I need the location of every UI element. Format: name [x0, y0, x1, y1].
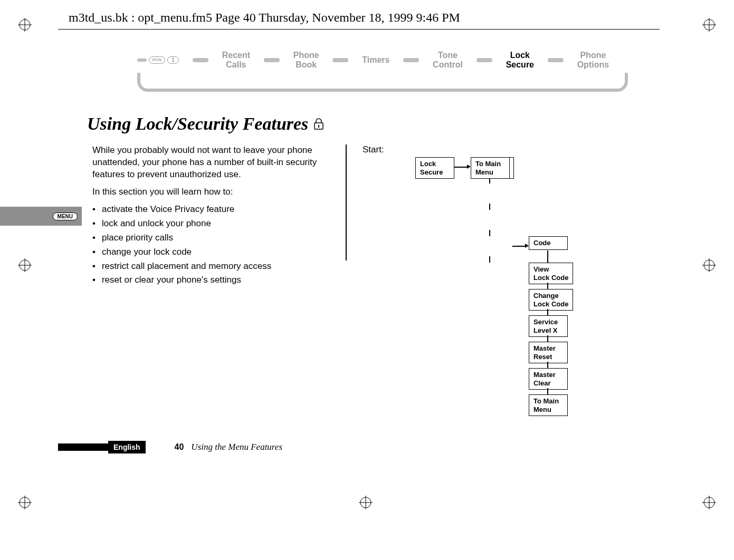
col-left: While you probably would not want to lea…	[92, 144, 330, 452]
nav-tone-control: ToneControl	[433, 51, 463, 69]
section-title: Using Lock/Security Features	[87, 114, 660, 134]
nav-connector	[476, 58, 492, 62]
col-right: Start: LockSecure PrivacyOff AutomaticLo…	[363, 144, 660, 452]
header-path: m3td_us.bk : opt_menu.fm5 Page 40 Thursd…	[69, 11, 660, 25]
intro-para-2: In this section you will learn how to:	[92, 186, 330, 198]
bullet-item: reset or clear your phone's settings	[92, 274, 330, 286]
crop-mark-icon	[18, 258, 32, 272]
header-rule	[58, 29, 660, 30]
nav-recent-calls: RecentCalls	[222, 51, 250, 69]
footer-page-number: 40	[175, 442, 184, 452]
flow-master-reset: MasterReset	[529, 342, 568, 363]
nav-key-1: 1	[167, 56, 179, 64]
page-content: m3td_us.bk : opt_menu.fm5 Page 40 Thursd…	[58, 11, 660, 527]
section-title-text: Using Lock/Security Features	[87, 114, 308, 134]
bullet-item: change your lock code	[92, 246, 330, 258]
nav-rail	[137, 73, 628, 92]
nav-phone-options: PhoneOptions	[577, 51, 609, 69]
crop-mark-icon	[18, 496, 32, 509]
column-separator	[346, 144, 347, 260]
nav-connector	[332, 58, 348, 62]
nav-items: FCN 1 RecentCalls PhoneBook Timers ToneC…	[137, 51, 628, 69]
nav-timers: Timers	[362, 55, 389, 65]
bullet-item: restrict call placement and memory acces…	[92, 260, 330, 273]
nav-connector	[548, 58, 564, 62]
nav-lock-secure: LockSecure	[506, 51, 534, 69]
crop-mark-icon	[702, 496, 716, 509]
nav-key-fcn: FCN	[149, 56, 165, 64]
bullet-list: activate the Voice Privacy feature lock …	[92, 204, 330, 287]
flow-service-level: ServiceLevel X	[529, 315, 568, 337]
crop-mark-icon	[702, 258, 716, 272]
flow-lock-secure: LockSecure	[415, 157, 454, 179]
flow-change-lock-code: ChangeLock Code	[529, 289, 573, 311]
nav-connector	[403, 58, 419, 62]
flow-to-main-menu: To MainMenu	[471, 157, 510, 179]
nav-keys: FCN 1	[137, 56, 179, 64]
flowchart: LockSecure PrivacyOff AutomaticLock Off …	[415, 157, 660, 452]
flow-view-lock-code: ViewLock Code	[529, 263, 573, 284]
start-label: Start:	[363, 144, 660, 155]
bullet-item: activate the Voice Privacy feature	[92, 204, 330, 216]
nav-bar: FCN 1 RecentCalls PhoneBook Timers ToneC…	[137, 51, 628, 98]
flow-code: Code	[529, 236, 568, 250]
crop-mark-icon	[702, 18, 716, 32]
crop-mark-icon	[18, 18, 32, 32]
svg-rect-22	[318, 125, 319, 128]
bullet-item: lock and unlock your phone	[92, 218, 330, 230]
nav-phone-book: PhoneBook	[293, 51, 319, 69]
flow-master-clear: MasterClear	[529, 368, 568, 390]
columns: While you probably would not want to lea…	[92, 144, 660, 452]
intro-para-1: While you probably would not want to lea…	[92, 144, 330, 181]
footer-chapter: Using the Menu Features	[191, 442, 282, 452]
lock-icon	[313, 118, 324, 130]
nav-connector	[264, 58, 280, 62]
footer-black-bar	[58, 443, 108, 451]
bullet-item: place priority calls	[92, 232, 330, 244]
flow-to-main-menu-2: To MainMenu	[529, 394, 568, 416]
nav-connector	[193, 58, 208, 62]
footer-language: English	[108, 441, 146, 453]
page-footer: English 40 Using the Menu Features	[58, 441, 660, 453]
